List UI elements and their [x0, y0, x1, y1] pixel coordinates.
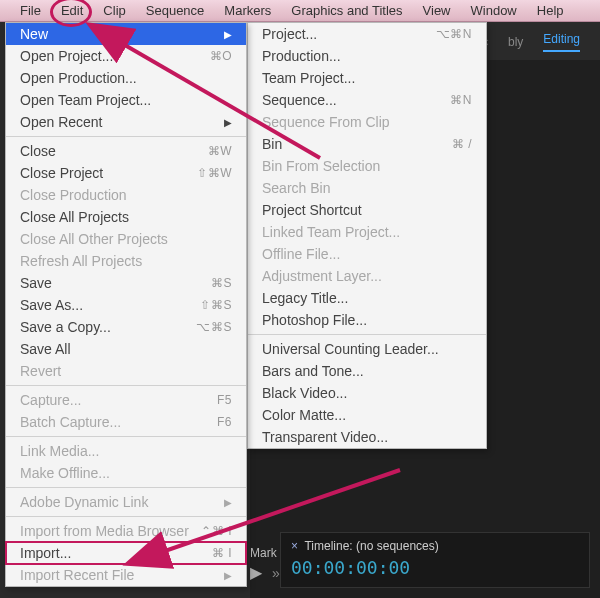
menu-item-label: Universal Counting Leader...	[262, 341, 439, 357]
menu-item-label: Offline File...	[262, 246, 340, 262]
menu-clip[interactable]: Clip	[93, 1, 135, 20]
menu-item-label: Team Project...	[262, 70, 355, 86]
menu-item-label: Transparent Video...	[262, 429, 388, 445]
menu-graphics-and-titles[interactable]: Graphics and Titles	[281, 1, 412, 20]
new-submenu-item-bin[interactable]: Bin⌘ /	[248, 133, 486, 155]
menu-item-label: Link Media...	[20, 443, 99, 459]
new-submenu-item-transparent-video[interactable]: Transparent Video...	[248, 426, 486, 448]
file-menu-item-close[interactable]: Close⌘W	[6, 140, 246, 162]
submenu-arrow-icon: ▶	[224, 497, 232, 508]
shortcut-label: ⌘O	[210, 49, 232, 63]
new-submenu-item-project-shortcut[interactable]: Project Shortcut	[248, 199, 486, 221]
file-menu-item-new[interactable]: New▶	[6, 23, 246, 45]
workspace-bly[interactable]: bly	[508, 35, 523, 49]
menu-item-label: Close All Other Projects	[20, 231, 168, 247]
menu-item-label: Refresh All Projects	[20, 253, 142, 269]
new-submenu-item-bars-and-tone[interactable]: Bars and Tone...	[248, 360, 486, 382]
menu-item-label: Save	[20, 275, 52, 291]
menu-item-label: Open Team Project...	[20, 92, 151, 108]
menu-file[interactable]: File	[10, 1, 51, 20]
menu-window[interactable]: Window	[461, 1, 527, 20]
file-menu-item-open-project[interactable]: Open Project...⌘O	[6, 45, 246, 67]
file-menu-item-close-all-other-projects: Close All Other Projects	[6, 228, 246, 250]
shortcut-label: ⌘ I	[212, 546, 232, 560]
menu-item-label: Close Project	[20, 165, 103, 181]
menu-item-label: Open Recent	[20, 114, 103, 130]
mark-label: Mark	[250, 546, 277, 560]
menu-help[interactable]: Help	[527, 1, 574, 20]
file-menu-separator	[6, 136, 246, 137]
shortcut-label: ⇧⌘S	[200, 298, 232, 312]
menu-item-label: Import Recent File	[20, 567, 134, 583]
new-submenu-item-legacy-title[interactable]: Legacy Title...	[248, 287, 486, 309]
shortcut-label: ⌥⌘S	[196, 320, 232, 334]
new-submenu-item-linked-team-project: Linked Team Project...	[248, 221, 486, 243]
menu-item-label: Photoshop File...	[262, 312, 367, 328]
shortcut-label: ⌘ /	[452, 137, 472, 151]
new-submenu-item-team-project[interactable]: Team Project...	[248, 67, 486, 89]
menu-item-label: Save a Copy...	[20, 319, 111, 335]
menu-item-label: Production...	[262, 48, 341, 64]
file-menu-separator	[6, 385, 246, 386]
new-submenu-item-bin-from-selection: Bin From Selection	[248, 155, 486, 177]
menu-item-label: Color Matte...	[262, 407, 346, 423]
menu-item-label: Bin	[262, 136, 282, 152]
menu-item-label: Capture...	[20, 392, 81, 408]
new-submenu-item-project[interactable]: Project...⌥⌘N	[248, 23, 486, 45]
menu-item-label: Project Shortcut	[262, 202, 362, 218]
timeline-title: Timeline: (no sequences)	[304, 539, 438, 553]
file-menu-separator	[6, 436, 246, 437]
menu-item-label: Open Production...	[20, 70, 137, 86]
menu-item-label: Adobe Dynamic Link	[20, 494, 148, 510]
new-submenu-item-photoshop-file[interactable]: Photoshop File...	[248, 309, 486, 331]
file-menu-item-capture: Capture...F5	[6, 389, 246, 411]
menu-item-label: Close All Projects	[20, 209, 129, 225]
play-icon[interactable]: ▶	[250, 563, 262, 582]
shortcut-label: ⇧⌘W	[197, 166, 232, 180]
workspace-editing[interactable]: Editing	[543, 32, 580, 52]
file-menu-item-close-all-projects[interactable]: Close All Projects	[6, 206, 246, 228]
file-menu-item-refresh-all-projects: Refresh All Projects	[6, 250, 246, 272]
file-menu-item-open-team-project[interactable]: Open Team Project...	[6, 89, 246, 111]
new-submenu-item-sequence-from-clip: Sequence From Clip	[248, 111, 486, 133]
menu-item-label: Search Bin	[262, 180, 330, 196]
chevron-icon: »	[272, 565, 280, 581]
menu-item-label: Save All	[20, 341, 71, 357]
shortcut-label: ⌘W	[208, 144, 232, 158]
file-menu: New▶Open Project...⌘OOpen Production...O…	[5, 22, 247, 587]
new-submenu-item-black-video[interactable]: Black Video...	[248, 382, 486, 404]
file-menu-item-link-media: Link Media...	[6, 440, 246, 462]
shortcut-label: ⌘S	[211, 276, 232, 290]
file-menu-item-import-from-media-browser: Import from Media Browser⌃⌘ I	[6, 520, 246, 542]
shortcut-label: ⌃⌘ I	[201, 524, 232, 538]
menu-item-label: Sequence From Clip	[262, 114, 390, 130]
new-submenu-item-adjustment-layer: Adjustment Layer...	[248, 265, 486, 287]
new-submenu-item-universal-counting-leader[interactable]: Universal Counting Leader...	[248, 338, 486, 360]
menu-item-label: New	[20, 26, 48, 42]
menu-markers[interactable]: Markers	[214, 1, 281, 20]
file-menu-separator	[6, 516, 246, 517]
new-submenu-item-production[interactable]: Production...	[248, 45, 486, 67]
menu-item-label: Save As...	[20, 297, 83, 313]
menu-item-label: Make Offline...	[20, 465, 110, 481]
file-menu-item-save-a-copy[interactable]: Save a Copy...⌥⌘S	[6, 316, 246, 338]
menu-item-label: Project...	[262, 26, 317, 42]
shortcut-label: F5	[217, 393, 232, 407]
submenu-arrow-icon: ▶	[224, 29, 232, 40]
menu-sequence[interactable]: Sequence	[136, 1, 215, 20]
file-menu-item-make-offline: Make Offline...	[6, 462, 246, 484]
file-menu-item-import[interactable]: Import...⌘ I	[6, 542, 246, 564]
file-menu-item-save[interactable]: Save⌘S	[6, 272, 246, 294]
file-menu-item-save-as[interactable]: Save As...⇧⌘S	[6, 294, 246, 316]
close-icon[interactable]: ×	[291, 539, 298, 553]
file-menu-item-open-recent[interactable]: Open Recent▶	[6, 111, 246, 133]
submenu-arrow-icon: ▶	[224, 117, 232, 128]
file-menu-item-save-all[interactable]: Save All	[6, 338, 246, 360]
menu-view[interactable]: View	[413, 1, 461, 20]
file-menu-item-close-project[interactable]: Close Project⇧⌘W	[6, 162, 246, 184]
menu-item-label: Close	[20, 143, 56, 159]
menu-item-label: Batch Capture...	[20, 414, 121, 430]
file-menu-item-open-production[interactable]: Open Production...	[6, 67, 246, 89]
new-submenu-item-sequence[interactable]: Sequence...⌘N	[248, 89, 486, 111]
new-submenu-item-color-matte[interactable]: Color Matte...	[248, 404, 486, 426]
